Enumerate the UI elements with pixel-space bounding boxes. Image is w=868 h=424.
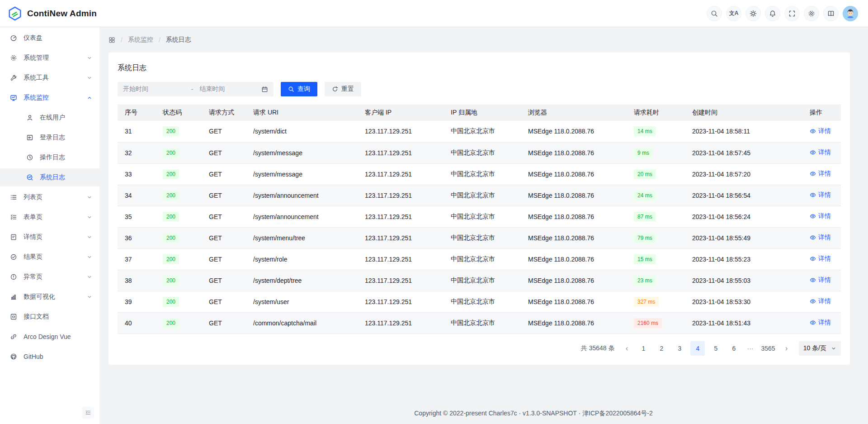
status-badge: 200: [163, 191, 179, 200]
reset-button-label: 重置: [341, 85, 354, 93]
cell-status: 200: [156, 312, 202, 333]
notifications-button[interactable]: [765, 6, 780, 21]
sidebar-item-form-pages[interactable]: 表单页: [0, 208, 99, 226]
page-size-select[interactable]: 10 条/页: [799, 341, 841, 356]
chevron-down-icon: [87, 294, 92, 300]
apps-grid-icon[interactable]: [108, 37, 115, 43]
sidebar-item-result-pages[interactable]: 结果页: [0, 248, 99, 266]
detail-link-label: 详情: [818, 191, 831, 199]
page-button[interactable]: 2: [654, 341, 669, 356]
theme-toggle-button[interactable]: [745, 6, 761, 21]
cell-browser: MSEdge 118.0.2088.76: [521, 227, 627, 248]
cell-ip-region: 中国北京北京市: [443, 312, 521, 333]
cell-elapsed: 24 ms: [627, 185, 685, 206]
reset-button[interactable]: 重置: [325, 82, 361, 96]
page-button[interactable]: 3565: [759, 341, 777, 356]
cell-browser: MSEdge 118.0.2088.76: [521, 270, 627, 291]
cell-method: GET: [202, 185, 246, 206]
detail-link[interactable]: 详情: [810, 233, 831, 242]
sidebar-item-detail-pages[interactable]: 详情页: [0, 228, 99, 246]
detail-link[interactable]: 详情: [810, 127, 831, 135]
detail-link[interactable]: 详情: [810, 255, 831, 263]
chevron-down-icon: [87, 274, 92, 280]
cell-method: GET: [202, 291, 246, 312]
column-header: 创建时间: [685, 105, 802, 121]
status-badge: 200: [163, 254, 179, 264]
end-time-placeholder: 结束时间: [199, 85, 261, 93]
history-clock-icon: [26, 153, 34, 162]
breadcrumb-current: 系统日志: [166, 36, 191, 44]
detail-link[interactable]: 详情: [810, 148, 831, 157]
sidebar-item-login-log[interactable]: 登录日志: [0, 129, 99, 147]
wrench-icon: [9, 74, 18, 82]
cell-ip-region: 中国北京北京市: [443, 270, 521, 291]
sidebar-item-label: 系统工具: [24, 74, 87, 82]
search-button[interactable]: 查询: [281, 82, 317, 96]
detail-link[interactable]: 详情: [810, 191, 831, 199]
cell-uri: /system/dict: [246, 121, 358, 142]
brand[interactable]: ContiNew Admin: [7, 6, 97, 21]
sidebar-item-arco-design-vue[interactable]: Arco Design Vue: [0, 328, 99, 346]
cell-client-ip: 123.117.129.251: [358, 142, 443, 163]
fullscreen-icon: [788, 10, 796, 17]
user-avatar[interactable]: [843, 6, 858, 21]
sidebar-item-dashboard[interactable]: 仪表盘: [0, 29, 99, 47]
sidebar-item-system-management[interactable]: 系统管理: [0, 49, 99, 67]
page-button[interactable]: 3: [672, 341, 687, 356]
list-icon: [9, 193, 18, 201]
sidebar-item-online-users[interactable]: 在线用户: [0, 109, 99, 127]
search-button[interactable]: [707, 6, 722, 21]
sidebar-item-system-monitor[interactable]: 系统监控: [0, 89, 99, 107]
page-button-active[interactable]: 4: [690, 341, 705, 356]
detail-link[interactable]: 详情: [810, 319, 831, 327]
sidebar-item-data-visualization[interactable]: 数据可视化: [0, 288, 99, 306]
sidebar-item-operation-log[interactable]: 操作日志: [0, 148, 99, 167]
previous-page-button[interactable]: ‹: [621, 341, 632, 356]
chevron-down-icon: [87, 75, 92, 81]
detail-link[interactable]: 详情: [810, 170, 831, 178]
settings-button[interactable]: [804, 6, 819, 21]
eye-icon: [810, 128, 816, 134]
cell-ip-region: 中国北京北京市: [443, 227, 521, 248]
search-icon: [711, 10, 718, 17]
status-badge: 200: [163, 169, 179, 179]
detail-link[interactable]: 详情: [810, 212, 831, 220]
eye-icon: [810, 213, 816, 219]
cell-client-ip: 123.117.129.251: [358, 121, 443, 142]
sidebar-item-label: 详情页: [24, 233, 87, 241]
language-button[interactable]: 文A: [726, 6, 741, 21]
sidebar-item-list-pages[interactable]: 列表页: [0, 188, 99, 206]
sidebar-item-api-docs[interactable]: 接口文档: [0, 308, 99, 326]
table-row: 36 200 GET /system/menu/tree 123.117.129…: [118, 227, 841, 248]
breadcrumb-item[interactable]: 系统监控: [128, 36, 153, 44]
sidebar-item-github[interactable]: GitHub: [0, 348, 99, 366]
detail-link[interactable]: 详情: [810, 297, 831, 305]
page-button[interactable]: 5: [708, 341, 723, 356]
sidebar-item-exception-pages[interactable]: 异常页: [0, 268, 99, 286]
fullscreen-button[interactable]: [784, 6, 800, 21]
detail-link[interactable]: 详情: [810, 276, 831, 284]
cell-uri: /system/user: [246, 291, 358, 312]
elapsed-badge: 14 ms: [634, 126, 656, 136]
system-log-icon: [26, 173, 34, 181]
sidebar-item-label: 在线用户: [40, 114, 92, 122]
breadcrumb-separator: /: [121, 36, 123, 43]
cell-client-ip: 123.117.129.251: [358, 163, 443, 185]
page-button[interactable]: 1: [636, 341, 651, 356]
page-button[interactable]: 6: [726, 341, 741, 356]
cell-uri: /system/role: [246, 248, 358, 270]
docs-button[interactable]: [823, 6, 839, 21]
log-table-body: 31 200 GET /system/dict 123.117.129.251 …: [118, 121, 841, 333]
code-doc-icon: [9, 313, 18, 321]
sidebar-item-system-log[interactable]: 系统日志: [0, 168, 99, 186]
sidebar-item-system-tools[interactable]: 系统工具: [0, 69, 99, 87]
sidebar-collapse-button[interactable]: [82, 407, 94, 419]
brand-logo-icon: [7, 6, 23, 21]
cell-browser: MSEdge 118.0.2088.76: [521, 248, 627, 270]
cell-elapsed: 9 ms: [627, 142, 685, 163]
cell-browser: MSEdge 118.0.2088.76: [521, 312, 627, 333]
next-page-button[interactable]: ›: [781, 341, 793, 356]
cell-created-time: 2023-11-04 18:56:54: [685, 185, 802, 206]
sidebar-item-label: 异常页: [24, 273, 87, 281]
date-range-input[interactable]: 开始时间 - 结束时间: [118, 82, 274, 96]
